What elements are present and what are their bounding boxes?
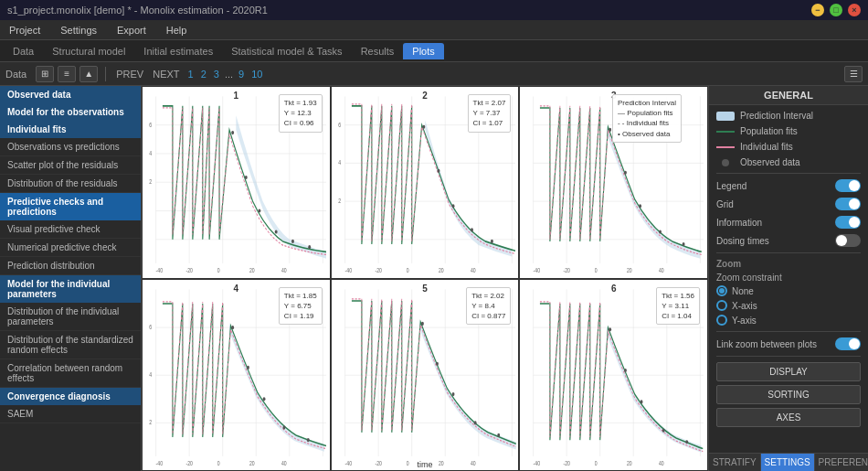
toggle-legend-row: Legend [716,179,861,192]
sidebar-header-observed[interactable]: Observed data [0,86,141,103]
toggle-grid[interactable] [835,198,861,210]
left-sidebar: Observed data Model for the observations… [0,86,142,471]
zoom-yaxis-row: Y-axis [716,315,861,326]
zoom-xaxis-row: X-axis [716,300,861,311]
svg-point-64 [659,230,662,233]
maximize-button[interactable]: □ [830,4,842,16]
toggle-information-row: Information [716,216,861,229]
nav-page-3[interactable]: 3 [214,69,219,80]
tab-data[interactable]: Data [4,43,43,59]
tab-statistical-model[interactable]: Statistical model & Tasks [222,43,351,59]
toggle-dosing[interactable] [835,234,861,247]
display-button[interactable]: DISPLAY [716,362,861,381]
close-button[interactable]: × [848,4,861,16]
svg-text:6: 6 [149,121,152,128]
legend-observed-data-row: Observed data [716,157,861,167]
legend-individual-fits-label: Individual fits [740,142,861,152]
tab-results[interactable]: Results [352,43,404,59]
nav-page-1[interactable]: 1 [188,69,194,80]
svg-point-16 [291,240,294,243]
legend-observed-data-label: Observed data [740,157,861,167]
sidebar-item-npc[interactable]: Numerical predictive check [0,239,141,257]
toggle-link-zoom[interactable] [835,337,861,350]
svg-text:20: 20 [439,266,444,273]
svg-text:20: 20 [249,459,255,466]
svg-point-85 [307,438,310,442]
zoom-none-radio[interactable] [716,285,727,296]
zoom-none-row: None [716,285,861,296]
window-title: s1_project.monolix [demo] * - Monolix es… [7,5,268,16]
svg-point-81 [231,326,234,329]
bottom-tab-stratify[interactable]: STRATIFY [709,454,761,471]
chart-cell-6: 6 Tkt = 1.56Y = 3.11CI = 1.04 [519,279,708,472]
menu-settings[interactable]: Settings [57,23,101,37]
sidebar-header-predictive[interactable]: Predictive checks and predictions [0,193,141,220]
divider-1 [716,173,861,174]
svg-text:-20: -20 [564,266,571,273]
svg-point-12 [231,131,234,134]
sidebar-item-distribution[interactable]: Distribution of the residuals [0,175,141,193]
toggle-legend-label: Legend [716,181,830,191]
svg-point-127 [662,428,665,432]
zoom-section-title: Zoom [716,259,861,269]
svg-text:-40: -40 [156,459,164,466]
bottom-tab-preference[interactable]: PREFERENCE [815,454,868,471]
toggle-legend[interactable] [835,179,861,192]
toolbar-menu-btn[interactable]: ☰ [844,66,863,82]
svg-point-65 [683,242,685,246]
toolbar-separator-1 [105,67,106,81]
svg-text:6: 6 [149,323,152,330]
chart-cell-3: 3 Prediction Interval— Population fits- … [519,86,708,279]
center-content: 1 Tkt = 1.93Y = 12.3CI = 0.96 [142,86,708,471]
toggle-dosing-label: Dosing times [716,236,830,246]
sidebar-item-corr[interactable]: Correlation between random effects [0,359,141,388]
svg-point-82 [247,365,249,369]
sidebar-item-dist-params[interactable]: Distribution of the individual parameter… [0,303,141,331]
svg-point-41 [491,240,493,243]
chart-6-number: 6 [611,284,617,294]
sidebar-header-model-params[interactable]: Model for the individual parameters [0,275,141,303]
sidebar-item-dist-random[interactable]: Distribution of the standardized random … [0,331,141,359]
nav-page-9[interactable]: 9 [238,69,244,80]
tab-plots[interactable]: Plots [403,43,443,59]
sidebar-header-convergence[interactable]: Convergence diagnosis [0,388,141,405]
svg-point-15 [275,230,278,233]
sidebar-item-scatter[interactable]: Scatter plot of the residuals [0,156,141,175]
menu-bar: Project Settings Export Help [0,20,868,40]
zoom-yaxis-radio[interactable] [716,315,727,326]
toolbar-add-btn[interactable]: ▲ [79,66,98,82]
svg-text:40: 40 [281,266,287,273]
zoom-xaxis-radio[interactable] [716,300,727,311]
chart-cell-4: 4 Tkt = 1.85Y = 6.75CI = 1.19 [142,279,331,472]
bottom-tab-settings[interactable]: SETTINGS [761,454,815,471]
sidebar-header-model-obs[interactable]: Model for the observations [0,103,141,121]
menu-project[interactable]: Project [5,23,44,37]
title-bar: s1_project.monolix [demo] * - Monolix es… [0,0,868,20]
axes-button[interactable]: AXES [716,408,861,427]
toolbar-grid-btn[interactable]: ⊞ [36,66,54,82]
chart-cell-1: 1 Tkt = 1.93Y = 12.3CI = 0.96 [142,86,331,279]
menu-help[interactable]: Help [163,23,191,37]
toggle-information[interactable] [835,216,861,229]
nav-page-10[interactable]: 10 [251,69,262,80]
sidebar-item-pred-dist[interactable]: Prediction distribution [0,257,141,275]
sidebar-item-obs-vs-pred[interactable]: Observations vs predictions [0,138,141,156]
chart-1-number: 1 [234,91,239,101]
sidebar-item-saem[interactable]: SAEM [0,405,141,423]
tab-structural-model[interactable]: Structural model [43,43,134,59]
zoom-constraint-label: Zoom constraint [716,273,861,283]
next-label: NEXT [153,69,179,80]
minimize-button[interactable]: − [811,4,824,16]
nav-page-2[interactable]: 2 [201,69,206,80]
legend-population-fits-row: Population fits [716,126,861,136]
svg-text:-40: -40 [156,266,164,273]
sidebar-header-individual-fits[interactable]: Individual fits [0,121,141,138]
legend-population-fits-line [716,131,735,133]
tab-initial-estimates[interactable]: Initial estimates [134,43,222,59]
sorting-button[interactable]: SORTING [716,385,861,404]
chart-5-number: 5 [422,284,428,294]
menu-export[interactable]: Export [113,23,150,37]
svg-point-83 [263,397,266,401]
sidebar-item-vpc[interactable]: Visual predictive check [0,220,141,239]
toolbar-list-btn[interactable]: ≡ [58,66,76,82]
